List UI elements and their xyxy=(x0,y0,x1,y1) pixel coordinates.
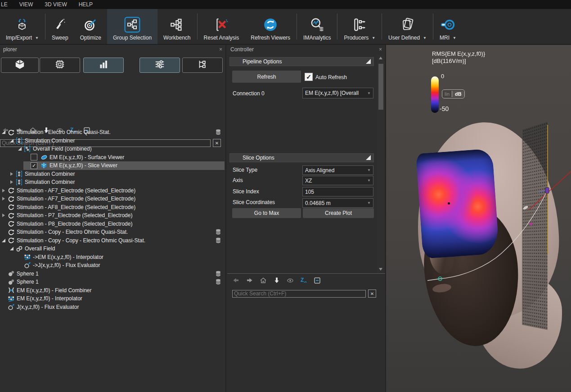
tree-row[interactable]: Stimulation - AF7_Electrode (Selected_El… xyxy=(0,195,225,203)
tree-row[interactable]: Stimulation - Copy - Electro Ohmic Quasi… xyxy=(0,228,225,236)
imp-export-button[interactable]: Imp/Export▼ xyxy=(0,9,45,44)
dropdown-arrow-icon[interactable]: ▼ xyxy=(423,36,427,40)
3d-viewport[interactable]: RMS{EM E(x,y,z,f0)} [dB(116V/m)] 0 -50 l… xyxy=(386,45,571,392)
pipeline-options-header[interactable]: Pipeline Options xyxy=(229,57,374,66)
axis-dropdown[interactable]: XZ▼ xyxy=(302,176,373,185)
scroll-up-icon[interactable] xyxy=(379,57,382,59)
eye-icon[interactable] xyxy=(286,276,294,284)
tree-row[interactable]: ->J(x,y,z,f0) - Flux Evaluator xyxy=(0,261,225,270)
dropdown-arrow-icon[interactable]: ▼ xyxy=(35,36,39,40)
refresh-button[interactable]: Refresh xyxy=(232,71,301,83)
user-defined-icon xyxy=(400,17,415,34)
scale-toggle[interactable]: lin dB xyxy=(442,89,465,98)
connection-dropdown[interactable]: EM E(x,y,z,f0) [Overall ▼ xyxy=(302,88,373,98)
tree-row[interactable]: Stimulation - Copy - Copy - Electro Ohmi… xyxy=(0,236,225,245)
imanalytics-button[interactable]: IMAnalytics xyxy=(297,9,337,44)
scrollbar-thumb[interactable] xyxy=(378,64,383,110)
field-gears-icon xyxy=(23,145,31,152)
create-plot-button[interactable]: Create Plot xyxy=(303,208,374,218)
home-icon[interactable] xyxy=(259,276,267,284)
tree-row[interactable]: EM E(x,y,z,f0) - Surface Viewer xyxy=(0,153,225,162)
mri-icon xyxy=(440,18,456,34)
explorer-tab-tree-structure[interactable] xyxy=(182,58,223,73)
forward-arrow-icon[interactable] xyxy=(246,276,253,284)
visibility-checkbox[interactable] xyxy=(31,154,37,160)
tree-row[interactable]: Sphere 1 xyxy=(0,278,225,286)
tree-row[interactable]: Simulation Combiner xyxy=(0,137,225,145)
tree-row[interactable]: EM E(x,y,z,f0) - Field Combiner xyxy=(0,286,225,295)
expand-arrow-icon[interactable] xyxy=(1,196,6,201)
slice-type-dropdown[interactable]: Axis Aligned▼ xyxy=(302,165,373,175)
expand-arrow-icon[interactable] xyxy=(9,246,14,251)
go-to-max-button[interactable]: Go to Max xyxy=(232,208,301,218)
explorer-tab-filter-sliders[interactable] xyxy=(139,58,180,73)
scale-lin-option[interactable]: lin xyxy=(442,91,452,97)
slice-coordinates-dropdown[interactable]: 0.04685 m▼ xyxy=(302,198,373,208)
sweep-button[interactable]: Sweep xyxy=(46,9,74,44)
tree-row[interactable]: Stimulation - AF8_Electrode (Selected_El… xyxy=(0,203,225,212)
expand-arrow-icon[interactable] xyxy=(1,213,6,218)
menu-bar: LEVIEW3D VIEWHELP xyxy=(0,0,571,9)
optimize-button[interactable]: Optimize xyxy=(74,9,107,44)
scroll-down-icon[interactable] xyxy=(379,268,382,271)
tree-row[interactable]: ->EM E(x,y,z,f0) - Interpolator xyxy=(0,253,225,262)
tree-row[interactable]: Stimulation - AF7_Electrode (Selected_El… xyxy=(0,187,225,195)
tree-row[interactable]: J(x,y,z,f0) - Flux Evaluator xyxy=(0,303,225,312)
mri-button[interactable]: MRI▼ xyxy=(434,9,462,44)
purple-handle-marker[interactable] xyxy=(545,187,549,193)
back-arrow-icon[interactable] xyxy=(232,276,240,284)
down-arrow-icon[interactable] xyxy=(273,276,280,284)
explorer-tab-analysis-bars[interactable] xyxy=(83,58,124,73)
expand-arrow-icon[interactable] xyxy=(9,171,14,177)
producers-button[interactable]: Producers▼ xyxy=(338,9,381,44)
tree-row[interactable]: ✓EM E(x,y,z,f0) - Slice Viewer xyxy=(0,161,225,170)
tree-row[interactable]: Simulation Combiner xyxy=(0,178,225,187)
magenta-point-marker[interactable] xyxy=(530,223,532,225)
controller-title-bar: Controller × xyxy=(227,45,385,54)
tree-row[interactable]: Overall Field (combined) xyxy=(0,145,225,153)
menu-item-help[interactable]: HELP xyxy=(79,1,93,8)
explorer-tab-model-cube[interactable] xyxy=(1,58,39,73)
controller-search-input[interactable] xyxy=(232,290,366,298)
auto-refresh-checkbox[interactable]: ✓ xyxy=(305,73,313,81)
expand-arrow-icon[interactable] xyxy=(1,188,6,193)
tree-row[interactable]: Overall Field xyxy=(0,245,225,253)
refresh-viewers-button[interactable]: Refresh Viewers xyxy=(245,9,296,44)
tree-row[interactable]: Simulation Combiner xyxy=(0,170,225,178)
controller-close-button[interactable]: × xyxy=(379,46,382,53)
dropdown-arrow-icon[interactable]: ▼ xyxy=(372,36,375,40)
reset-analysis-button[interactable]: Reset Analysis xyxy=(198,9,245,44)
user-defined-button[interactable]: User Defined▼ xyxy=(382,9,432,44)
tree-row[interactable]: Stimulation - P7_Electrode (Selected_Ele… xyxy=(0,211,225,220)
tree-row[interactable]: Stimulation - P8_Electrode (Selected_Ele… xyxy=(0,220,225,228)
tree-row[interactable]: Sphere 1 xyxy=(0,270,225,278)
menu-item-view[interactable]: VIEW xyxy=(19,1,33,8)
stimulation-icon xyxy=(7,129,15,136)
slice-index-input[interactable] xyxy=(302,187,373,196)
explorer-tab-simulation-chip[interactable] xyxy=(40,58,80,73)
expand-arrow-icon[interactable] xyxy=(9,179,14,185)
collapse-box-icon[interactable] xyxy=(313,276,321,284)
expand-arrow-icon[interactable] xyxy=(1,238,6,243)
scale-db-option[interactable]: dB xyxy=(452,91,464,97)
group-selection-button[interactable]: Group Selection xyxy=(107,9,157,44)
expand-arrow-icon[interactable] xyxy=(1,129,6,135)
field-combiner-icon xyxy=(7,287,15,294)
menu-item-3d-view[interactable]: 3D VIEW xyxy=(45,1,67,8)
slice-type-value: Axis Aligned xyxy=(305,167,334,174)
explorer-close-button[interactable]: × xyxy=(219,46,222,53)
tree-row[interactable]: Stimulation - Electro Ohmic Quasi-Stat. xyxy=(0,128,225,137)
dropdown-arrow-icon[interactable]: ▼ xyxy=(453,36,456,40)
red-axis-line xyxy=(529,171,571,209)
expand-arrow-icon[interactable] xyxy=(17,146,22,151)
tree-row[interactable]: EM E(x,y,z,f0) - Interpolator xyxy=(0,294,225,303)
tree-item-label: Stimulation - AF7_Electrode (Selected_El… xyxy=(17,187,135,194)
z-order-icon[interactable]: Z xyxy=(300,276,307,284)
menu-item-le[interactable]: LE xyxy=(1,1,8,8)
visibility-checkbox[interactable]: ✓ xyxy=(31,162,37,169)
controller-search-clear-icon[interactable]: ✕ xyxy=(368,290,376,298)
expand-arrow-icon[interactable] xyxy=(9,138,14,143)
controller-scrollbar[interactable] xyxy=(378,55,384,273)
slice-options-header[interactable]: Slice Options xyxy=(229,153,374,162)
workbench-button[interactable]: Workbench xyxy=(157,9,196,44)
